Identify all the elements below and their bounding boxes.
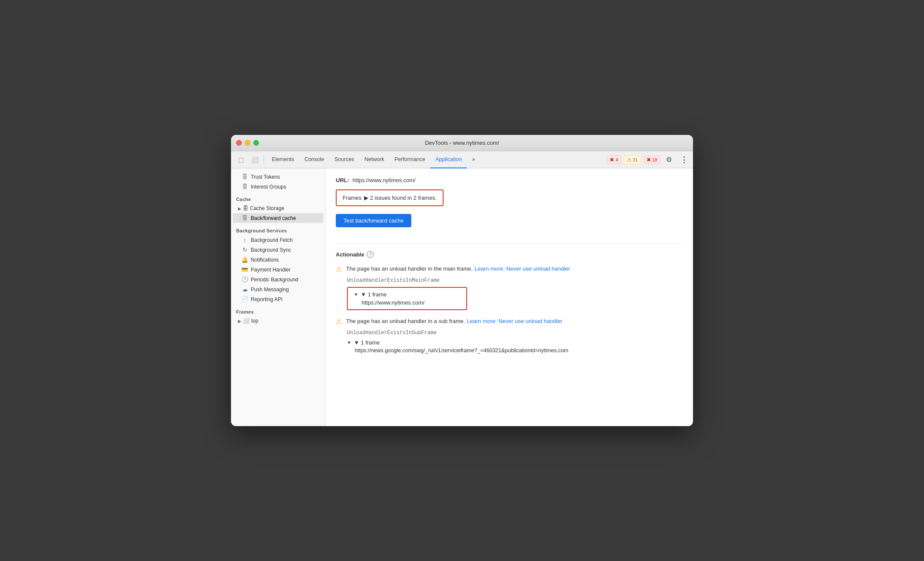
tab-application[interactable]: Application <box>430 151 467 168</box>
bg-fetch-icon: ↕ <box>241 237 248 243</box>
toolbar-divider <box>264 155 264 164</box>
url-label: URL: <box>336 177 349 183</box>
collapse-triangle-2[interactable]: ▼ <box>347 340 351 345</box>
arrow-right-icon: ▶ <box>238 206 241 211</box>
sidebar-item-notifications[interactable]: 🔔 Notifications <box>233 255 323 265</box>
collapse-triangle-1[interactable]: ▼ <box>354 292 358 297</box>
reporting-api-icon: 📄 <box>241 296 248 302</box>
more-options-icon[interactable]: ⋮ <box>678 154 690 166</box>
titlebar: DevTools - www.nytimes.com/ <box>231 135 693 151</box>
issue-1-frame-header: ▼ ▼ 1 frame <box>354 291 460 298</box>
url-row: URL: https://www.nytimes.com/ <box>336 177 683 183</box>
sidebar-item-payment-handler[interactable]: 💳 Payment Handler <box>233 265 323 274</box>
sidebar-item-cache-storage[interactable]: ▶ 🗄 Cache Storage <box>233 204 323 213</box>
notifications-icon: 🔔 <box>241 256 248 263</box>
issue-1-row: ⚠ The page has an unload handler in the … <box>336 265 683 273</box>
toolbar-right: ✖ 4 ⚠ 31 ✖ 18 ⚙ ⋮ <box>607 154 690 166</box>
minimize-button[interactable] <box>245 140 250 146</box>
issue-1-frame-box: ▼ ▼ 1 frame https://www.nytimes.com/ <box>347 287 467 310</box>
window-title: DevTools - www.nytimes.com/ <box>425 140 499 146</box>
tab-sources[interactable]: Sources <box>329 151 359 168</box>
warning-icon-2: ⚠ <box>336 317 342 326</box>
sidebar-item-periodic-bg[interactable]: 🕐 Periodic Background <box>233 274 323 284</box>
bg-sync-icon: ↻ <box>241 247 248 253</box>
issues-count: 18 <box>652 157 657 162</box>
tab-elements[interactable]: Elements <box>267 151 299 168</box>
content-area: URL: https://www.nytimes.com/ Frames ▶ 2… <box>325 168 693 426</box>
test-back-forward-button[interactable]: Test back/forward cache <box>336 214 411 227</box>
main-layout: 🗄 Trust Tokens 🗄 Interest Groups Cache ▶… <box>231 168 693 426</box>
tab-console[interactable]: Console <box>299 151 329 168</box>
sidebar-item-back-forward[interactable]: 🗄 Back/forward cache <box>233 213 323 223</box>
issue-2-link[interactable]: Learn more: Never use unload handler <box>467 318 562 324</box>
traffic-lights <box>236 140 259 146</box>
bg-services-label: Background Services <box>231 223 325 235</box>
sidebar-item-bg-fetch[interactable]: ↕ Background Fetch <box>233 235 323 245</box>
maximize-button[interactable] <box>253 140 259 146</box>
issue-1-code: UnloadHandlerExistsInMainFrame <box>347 277 683 284</box>
help-icon[interactable]: ? <box>367 251 374 258</box>
issue-1-frame-url: https://www.nytimes.com/ <box>354 299 460 306</box>
sidebar-item-interest-groups[interactable]: 🗄 Interest Groups <box>233 182 323 192</box>
actionable-title: Actionable <box>336 251 364 258</box>
issue-1-link[interactable]: Learn more: Never use unload handler <box>474 265 570 272</box>
sidebar-item-top-frame[interactable]: ▶ ⬜ top <box>233 316 323 326</box>
issue-2-content: The page has an unload handler in a sub … <box>346 317 562 325</box>
issue-1-content: The page has an unload handler in the ma… <box>346 265 570 273</box>
error-icon: ✖ <box>610 157 614 163</box>
issue-2-frame-url: https://news.google.com/swg/_/ui/v1/serv… <box>347 348 568 354</box>
sidebar-item-bg-sync[interactable]: ↻ Background Sync <box>233 245 323 255</box>
frames-section-label: Frames <box>231 304 325 316</box>
push-messaging-icon: ☁ <box>241 286 248 293</box>
periodic-bg-icon: 🕐 <box>241 276 248 283</box>
issue-2-row: ⚠ The page has an unload handler in a su… <box>336 317 683 326</box>
section-divider <box>336 244 683 244</box>
database-icon: 🗄 <box>241 174 248 180</box>
warning-icon: ⚠ <box>627 157 632 163</box>
warning-badge[interactable]: ⚠ 31 <box>624 155 641 164</box>
back-forward-icon: 🗄 <box>241 215 248 221</box>
tab-performance[interactable]: Performance <box>389 151 431 168</box>
tab-more[interactable]: » <box>467 151 480 168</box>
cursor-icon-btn[interactable]: ⬚ <box>234 154 247 166</box>
close-button[interactable] <box>236 140 242 146</box>
issue-2-frame-count: ▼ 1 frame <box>354 339 380 346</box>
issue-2-text: The page has an unload handler in a sub … <box>346 318 465 324</box>
sidebar-item-push-messaging[interactable]: ☁ Push Messaging <box>233 284 323 294</box>
tab-network[interactable]: Network <box>359 151 389 168</box>
sidebar-item-reporting-api[interactable]: 📄 Reporting API <box>233 294 323 304</box>
warning-icon-1: ⚠ <box>336 265 342 273</box>
issue-1-text: The page has an unload handler in the ma… <box>346 265 473 272</box>
url-value: https://www.nytimes.com/ <box>353 177 416 183</box>
database-icon-2: 🗄 <box>241 183 248 190</box>
cache-section-label: Cache <box>231 192 325 204</box>
sidebar: 🗄 Trust Tokens 🗄 Interest Groups Cache ▶… <box>231 168 325 426</box>
issues-badge[interactable]: ✖ 18 <box>644 155 660 164</box>
toolbar: ⬚ ⬜ Elements Console Sources Network Per… <box>231 151 693 168</box>
sidebar-item-trust-tokens[interactable]: 🗄 Trust Tokens <box>233 172 323 182</box>
error-badge[interactable]: ✖ 4 <box>607 155 621 164</box>
devtools-window: DevTools - www.nytimes.com/ ⬚ ⬜ Elements… <box>231 135 693 426</box>
issue-2-code: UnloadHandlerExistsInSubFrame <box>347 330 683 336</box>
frames-issues-box[interactable]: Frames ▶ 2 issues found in 2 frames. <box>336 189 444 206</box>
issue-2-frame-header: ▼ ▼ 1 frame <box>347 339 568 346</box>
payment-icon: 💳 <box>241 266 248 273</box>
frames-label: Frames <box>343 195 362 201</box>
actionable-header: Actionable ? <box>336 251 683 258</box>
settings-icon[interactable]: ⚙ <box>663 154 675 166</box>
error-count: 4 <box>615 157 618 162</box>
issue-1-frame-count: ▼ 1 frame <box>361 291 387 298</box>
issues-icon: ✖ <box>647 157 651 163</box>
frames-issue-text: ▶ 2 issues found in 2 frames. <box>364 195 437 201</box>
frame-icon: ⬜ <box>243 318 249 324</box>
nav-tabs: Elements Console Sources Network Perform… <box>267 151 606 168</box>
warning-count: 31 <box>633 157 638 162</box>
arrow-right-icon-2: ▶ <box>238 319 241 323</box>
device-icon-btn[interactable]: ⬜ <box>248 154 261 166</box>
cache-storage-icon: 🗄 <box>243 205 248 211</box>
issue-2-frame-box: ▼ ▼ 1 frame https://news.google.com/swg/… <box>347 339 568 354</box>
